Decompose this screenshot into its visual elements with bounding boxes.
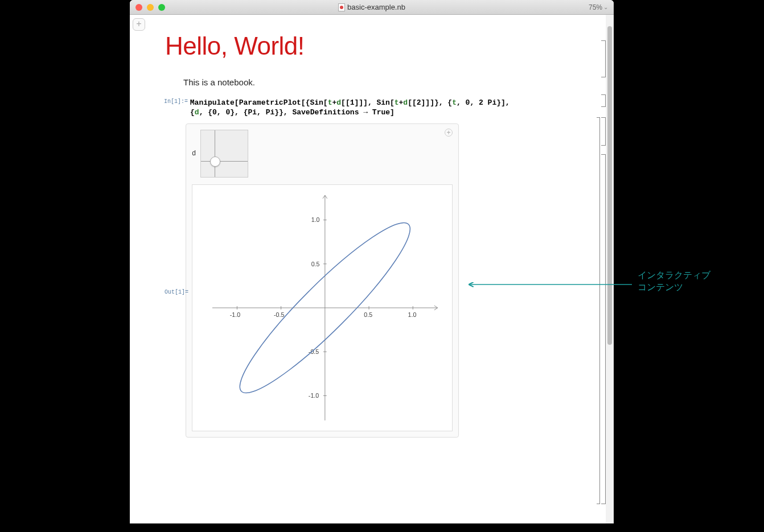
chevron-down-icon: ⌄: [603, 4, 608, 10]
title-text: basic-example.nb: [347, 3, 405, 11]
close-icon[interactable]: [135, 4, 142, 11]
cell-bracket[interactable]: [601, 117, 606, 146]
in-label: In[1]:=: [164, 98, 186, 105]
svg-text:1.0: 1.0: [311, 216, 320, 223]
page-title: Hello, World!: [165, 32, 577, 60]
svg-text:1.0: 1.0: [408, 311, 417, 318]
minimize-icon[interactable]: [147, 4, 154, 11]
zoom-value: 75%: [589, 3, 602, 11]
text-cell: This is a notebook.: [183, 77, 577, 87]
cell-bracket[interactable]: [601, 94, 606, 107]
slider-crosshair-h: [201, 161, 248, 162]
svg-text:0.5: 0.5: [364, 311, 372, 318]
content-area: + Hello, World! This is a notebook. In[1…: [130, 15, 614, 523]
add-cell-button[interactable]: +: [133, 18, 145, 31]
slider2d-control: d: [192, 130, 453, 178]
cell-brackets: [589, 15, 606, 523]
titlebar: basic-example.nb 75% ⌄: [130, 0, 614, 15]
scroll-thumb[interactable]: [607, 26, 612, 345]
notebook-body: Hello, World! This is a notebook. In[1]:…: [149, 15, 589, 523]
left-gutter: +: [130, 15, 149, 523]
slider2d[interactable]: [200, 130, 248, 178]
cell-bracket[interactable]: [601, 40, 606, 77]
annotation-line1: インタラクティブ: [638, 270, 710, 282]
slider-crosshair-v: [215, 130, 215, 177]
plot-frame: -1.0 -0.5 0.5 1.0 1.0 0.5 -0.5 -1.0: [192, 184, 453, 431]
expand-icon[interactable]: +: [445, 129, 453, 137]
svg-text:-1.0: -1.0: [230, 311, 240, 318]
svg-text:-1.0: -1.0: [309, 392, 319, 399]
window-controls: [130, 4, 165, 11]
manipulate-panel: + Out[1]= d: [186, 123, 459, 438]
slider-knob[interactable]: [210, 156, 220, 167]
parametric-plot: -1.0 -0.5 0.5 1.0 1.0 0.5 -0.5 -1.0: [196, 188, 449, 427]
scrollbar[interactable]: [606, 15, 614, 523]
cell-bracket[interactable]: [597, 117, 600, 504]
svg-text:-0.5: -0.5: [309, 348, 319, 355]
svg-text:-0.5: -0.5: [274, 311, 284, 318]
zoom-icon[interactable]: [158, 4, 165, 11]
slider-label: d: [192, 150, 196, 158]
cell-bracket[interactable]: [601, 154, 606, 504]
input-cell-line2[interactable]: {d, {0, 0}, {Pi, Pi}}, SaveDefinitions →…: [190, 108, 577, 117]
zoom-selector[interactable]: 75% ⌄: [589, 3, 608, 11]
document-icon: [338, 3, 345, 11]
svg-text:0.5: 0.5: [311, 261, 320, 267]
annotation-line2: コンテンツ: [638, 282, 710, 294]
input-cell-line1[interactable]: In[1]:= Manipulate[ParametricPlot[{Sin[t…: [164, 98, 577, 107]
out-label: Out[1]=: [165, 289, 188, 295]
window-title: basic-example.nb: [130, 3, 614, 11]
app-window: basic-example.nb 75% ⌄ + Hello, World! T…: [130, 0, 614, 523]
